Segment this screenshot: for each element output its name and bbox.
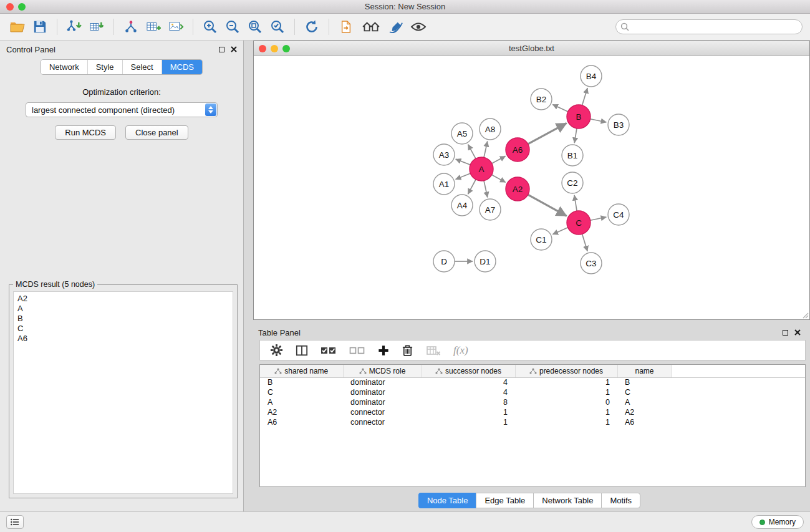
cell-successor-nodes[interactable]: 4: [422, 387, 515, 397]
tab-node-table[interactable]: Node Table: [418, 493, 476, 508]
cell-predecessor-nodes[interactable]: 1: [515, 387, 617, 397]
network-node-A1[interactable]: A1: [433, 173, 455, 195]
network-node-C2[interactable]: C2: [562, 172, 583, 193]
cell-successor-nodes[interactable]: 8: [422, 397, 515, 407]
network-edge-A-A6[interactable]: [492, 156, 506, 163]
new-network-button[interactable]: [121, 17, 141, 37]
network-edge-C-C2[interactable]: [574, 195, 577, 211]
network-node-B[interactable]: B: [567, 105, 591, 128]
network-edge-B-B4[interactable]: [582, 88, 588, 105]
network-node-A6[interactable]: A6: [506, 138, 529, 162]
cell-name[interactable]: C: [617, 387, 672, 397]
home-button[interactable]: [359, 17, 383, 37]
network-edge-A-A4[interactable]: [468, 180, 476, 195]
close-panel-button[interactable]: Close panel: [125, 125, 188, 140]
network-node-C1[interactable]: C1: [531, 229, 552, 250]
network-node-A3[interactable]: A3: [433, 144, 455, 165]
cell-shared-name[interactable]: A2: [260, 407, 343, 417]
tab-select[interactable]: Select: [123, 60, 162, 74]
network-zoom-button[interactable]: [282, 45, 290, 52]
function-builder-button[interactable]: f(x): [453, 344, 468, 357]
network-edge-C-C3[interactable]: [582, 234, 588, 251]
zoom-window-button[interactable]: [18, 3, 26, 11]
zoom-in-button[interactable]: [200, 17, 220, 37]
column-header-name[interactable]: name: [617, 365, 672, 377]
network-window-titlebar[interactable]: testGlobe.txt: [254, 41, 809, 56]
zoom-out-button[interactable]: [223, 17, 243, 37]
table-row[interactable]: A2 connector 1 1 A2: [260, 407, 805, 417]
cell-shared-name[interactable]: A6: [260, 417, 343, 427]
mcds-result-list[interactable]: A2 A B C A6: [13, 291, 233, 494]
split-columns-button[interactable]: [296, 344, 308, 357]
cell-predecessor-nodes[interactable]: 1: [515, 417, 617, 427]
network-node-A7[interactable]: A7: [480, 199, 501, 220]
run-mcds-button[interactable]: Run MCDS: [55, 125, 116, 140]
table-row[interactable]: A6 connector 1 1 A6: [260, 417, 805, 427]
network-node-A4[interactable]: A4: [451, 195, 473, 216]
tab-mcds[interactable]: MCDS: [162, 60, 202, 74]
network-node-A5[interactable]: A5: [451, 123, 473, 144]
table-settings-button[interactable]: [270, 344, 283, 357]
import-table-from-file-button[interactable]: [87, 17, 107, 37]
network-node-C3[interactable]: C3: [581, 253, 602, 274]
network-edge-A-A5[interactable]: [468, 145, 476, 159]
cell-shared-name[interactable]: B: [260, 377, 343, 387]
tab-style[interactable]: Style: [88, 60, 123, 74]
network-node-B3[interactable]: B3: [608, 114, 629, 135]
cell-predecessor-nodes[interactable]: 0: [515, 397, 617, 407]
cell-mcds-role[interactable]: connector: [343, 417, 422, 427]
network-node-D[interactable]: D: [433, 251, 455, 272]
cell-successor-nodes[interactable]: 1: [422, 417, 515, 427]
zoom-selected-button[interactable]: [268, 17, 287, 37]
network-edge-A-A8[interactable]: [484, 142, 488, 158]
cell-name[interactable]: B: [617, 377, 672, 387]
search-input[interactable]: [615, 19, 803, 34]
cell-successor-nodes[interactable]: 4: [422, 377, 515, 387]
table-row[interactable]: A dominator 8 0 A: [260, 397, 805, 407]
tab-network[interactable]: Network: [41, 60, 88, 74]
import-network-from-file-button[interactable]: [64, 17, 84, 37]
deselect-all-columns-button[interactable]: [349, 344, 365, 357]
cell-name[interactable]: A6: [617, 417, 672, 427]
cell-name[interactable]: A: [617, 397, 672, 407]
show-hide-button[interactable]: [408, 17, 428, 37]
cell-mcds-role[interactable]: dominator: [343, 397, 422, 407]
memory-button[interactable]: Memory: [751, 515, 804, 529]
apply-layout-button[interactable]: [302, 17, 322, 37]
mcds-result-item[interactable]: A6: [17, 334, 229, 344]
network-node-C[interactable]: C: [567, 211, 591, 235]
network-edge-A2-C[interactable]: [528, 195, 567, 216]
cell-mcds-role[interactable]: dominator: [343, 377, 422, 387]
network-edge-A-A1[interactable]: [456, 173, 471, 180]
cell-shared-name[interactable]: A: [260, 397, 343, 407]
network-minimize-button[interactable]: [271, 45, 278, 52]
network-node-C4[interactable]: C4: [608, 204, 629, 225]
column-header-successor-nodes[interactable]: successor nodes: [422, 365, 515, 377]
network-node-A2[interactable]: A2: [506, 177, 529, 201]
show-panels-button[interactable]: [6, 515, 24, 529]
network-edge-B-B1[interactable]: [574, 128, 577, 143]
network-edge-A6-B[interactable]: [528, 123, 567, 143]
network-edge-A-A2[interactable]: [492, 175, 506, 182]
resize-grip-icon[interactable]: [801, 311, 809, 319]
new-table-button[interactable]: [143, 17, 163, 37]
table-row[interactable]: C dominator 4 1 C: [260, 387, 805, 397]
cell-predecessor-nodes[interactable]: 1: [515, 407, 617, 417]
export-image-button[interactable]: [166, 17, 186, 37]
column-header-mcds-role[interactable]: MCDS role: [343, 365, 422, 377]
delete-column-button[interactable]: [402, 344, 413, 357]
network-node-B1[interactable]: B1: [562, 145, 583, 166]
close-panel-icon[interactable]: [231, 46, 237, 52]
close-table-panel-icon[interactable]: [794, 329, 801, 336]
tab-motifs[interactable]: Motifs: [601, 493, 640, 508]
network-edge-B-B3[interactable]: [591, 119, 607, 122]
mcds-result-item[interactable]: A: [17, 304, 229, 314]
column-header-predecessor-nodes[interactable]: predecessor nodes: [515, 365, 617, 377]
cell-shared-name[interactable]: C: [260, 387, 343, 397]
network-edge-A-A3[interactable]: [456, 159, 471, 165]
network-node-B2[interactable]: B2: [531, 89, 552, 110]
open-session-button[interactable]: [7, 17, 27, 37]
save-session-button[interactable]: [30, 17, 50, 37]
network-graph[interactable]: B4B2BB3B1A5A8A6A3AA1A2A4A7C2C4CC1C3DD1: [254, 56, 809, 319]
select-all-columns-button[interactable]: [321, 344, 337, 357]
